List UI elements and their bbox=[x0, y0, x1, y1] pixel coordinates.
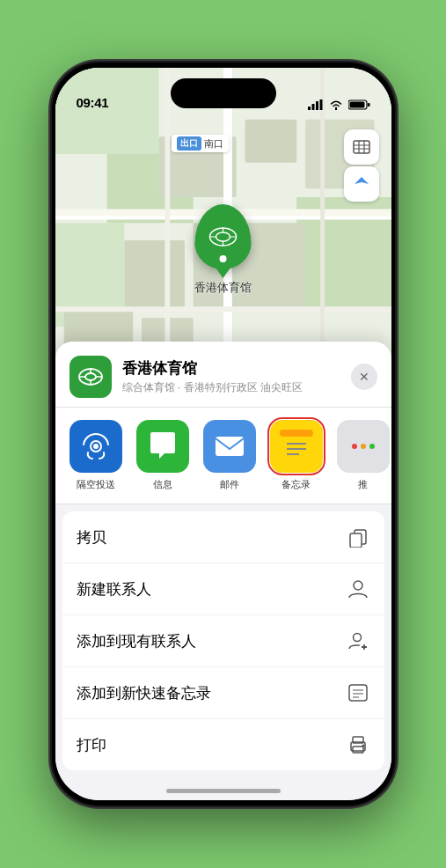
location-arrow-icon bbox=[354, 176, 369, 192]
venue-name: 香港体育馆 bbox=[122, 358, 340, 379]
person-svg-icon bbox=[347, 578, 369, 600]
svg-rect-5 bbox=[368, 103, 370, 107]
action-add-existing-label: 添加到现有联系人 bbox=[77, 631, 196, 651]
notes-label: 备忘录 bbox=[281, 478, 311, 491]
venue-desc: 综合体育馆 · 香港特别行政区 油尖旺区 bbox=[122, 380, 340, 395]
svg-rect-0 bbox=[308, 107, 311, 110]
svg-rect-54 bbox=[350, 533, 362, 548]
action-add-notes[interactable]: 添加到新快速备忘录 bbox=[62, 667, 384, 719]
action-add-notes-label: 添加到新快速备忘录 bbox=[77, 683, 211, 703]
phone-screen: 09:41 bbox=[55, 68, 391, 800]
share-item-mail[interactable]: 邮件 bbox=[203, 420, 256, 491]
close-button[interactable]: ✕ bbox=[351, 364, 377, 390]
pin-dot bbox=[220, 255, 227, 262]
messages-icon bbox=[147, 430, 179, 462]
venue-stadium-icon bbox=[77, 363, 105, 391]
map-layers-icon bbox=[352, 137, 371, 157]
svg-point-43 bbox=[93, 444, 99, 449]
svg-rect-2 bbox=[316, 101, 318, 110]
notes-icon-wrap bbox=[270, 420, 323, 473]
svg-rect-45 bbox=[281, 433, 311, 461]
dynamic-island bbox=[171, 78, 276, 108]
person-add-svg-icon bbox=[347, 630, 369, 651]
action-copy-label: 拷贝 bbox=[77, 527, 106, 548]
printer-svg-icon bbox=[347, 735, 369, 754]
svg-rect-1 bbox=[311, 104, 314, 110]
battery-icon bbox=[348, 99, 370, 110]
copy-icon bbox=[346, 525, 370, 549]
svg-rect-25 bbox=[354, 141, 369, 153]
notes-icon bbox=[280, 428, 313, 465]
svg-point-37 bbox=[85, 373, 96, 380]
print-icon bbox=[346, 732, 370, 757]
action-new-contact[interactable]: 新建联系人 bbox=[62, 563, 384, 615]
wifi-icon bbox=[329, 99, 343, 110]
map-label-text: 南口 bbox=[204, 137, 223, 151]
signal-icon bbox=[308, 99, 324, 110]
airdrop-icon bbox=[81, 431, 111, 461]
venue-icon bbox=[69, 356, 112, 398]
more-label: 推 bbox=[358, 478, 368, 491]
svg-rect-60 bbox=[349, 685, 367, 701]
phone-frame: 09:41 bbox=[52, 63, 395, 805]
svg-rect-13 bbox=[245, 120, 296, 163]
map-controls bbox=[344, 129, 379, 202]
stadium-icon bbox=[208, 224, 239, 250]
svg-rect-3 bbox=[319, 99, 322, 110]
copy-svg-icon bbox=[348, 526, 368, 548]
svg-point-67 bbox=[362, 745, 364, 747]
airdrop-label: 隔空投送 bbox=[77, 478, 115, 491]
share-row: 隔空投送 信息 bbox=[55, 408, 391, 504]
sheet-header: 香港体育馆 综合体育馆 · 香港特别行政区 油尖旺区 ✕ bbox=[55, 342, 391, 408]
more-icon-wrap bbox=[337, 420, 390, 473]
mail-icon bbox=[214, 433, 245, 460]
add-notes-icon bbox=[346, 680, 370, 705]
action-new-contact-label: 新建联系人 bbox=[77, 579, 151, 600]
svg-point-31 bbox=[216, 232, 230, 241]
share-item-notes[interactable]: 备忘录 bbox=[270, 420, 323, 491]
map-north-label: 出口 南口 bbox=[172, 135, 229, 152]
svg-rect-44 bbox=[216, 437, 244, 456]
venue-info: 香港体育馆 综合体育馆 · 香港特别行政区 油尖旺区 bbox=[122, 358, 340, 395]
action-print-label: 打印 bbox=[77, 735, 106, 755]
mail-label: 邮件 bbox=[220, 478, 239, 491]
note-svg-icon bbox=[347, 683, 369, 702]
airdrop-icon-wrap bbox=[69, 420, 122, 473]
map-label-tag-blue: 出口 bbox=[177, 136, 201, 151]
svg-rect-15 bbox=[124, 240, 185, 309]
pin-label: 香港体育馆 bbox=[194, 280, 252, 296]
svg-point-51 bbox=[361, 444, 366, 449]
action-add-existing[interactable]: 添加到现有联系人 bbox=[62, 615, 384, 667]
share-item-messages[interactable]: 信息 bbox=[136, 420, 189, 491]
status-time: 09:41 bbox=[77, 95, 109, 110]
svg-rect-46 bbox=[280, 430, 313, 437]
share-item-more[interactable]: 推 bbox=[337, 420, 390, 491]
action-print[interactable]: 打印 bbox=[62, 719, 384, 770]
mail-icon-wrap bbox=[203, 420, 256, 473]
actions-list: 拷贝 新建联系人 bbox=[62, 511, 384, 770]
map-type-button[interactable] bbox=[344, 129, 379, 165]
location-button[interactable] bbox=[344, 166, 379, 202]
svg-point-50 bbox=[352, 444, 357, 449]
status-icons bbox=[308, 99, 370, 110]
svg-rect-6 bbox=[349, 102, 364, 108]
new-contact-icon bbox=[346, 577, 370, 601]
messages-icon-wrap bbox=[136, 420, 189, 473]
pin-icon bbox=[195, 204, 252, 269]
share-item-airdrop[interactable]: 隔空投送 bbox=[69, 420, 122, 491]
venue-pin[interactable]: 香港体育馆 bbox=[194, 204, 252, 296]
svg-rect-66 bbox=[353, 747, 363, 753]
more-dots-icon bbox=[350, 438, 377, 455]
messages-label: 信息 bbox=[153, 478, 172, 491]
bottom-sheet: 香港体育馆 综合体育馆 · 香港特别行政区 油尖旺区 ✕ bbox=[55, 342, 391, 800]
svg-point-55 bbox=[354, 581, 362, 590]
svg-point-56 bbox=[353, 634, 361, 642]
svg-point-52 bbox=[369, 444, 375, 449]
add-existing-icon bbox=[346, 629, 370, 653]
action-copy[interactable]: 拷贝 bbox=[62, 511, 384, 563]
home-indicator bbox=[166, 789, 281, 793]
